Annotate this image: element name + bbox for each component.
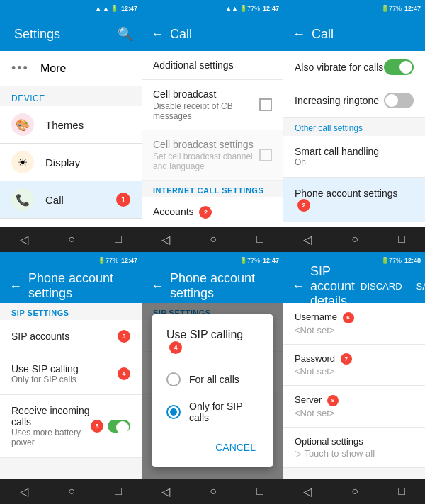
clock-p6: 12:48 <box>404 257 421 264</box>
optional-settings-field[interactable]: Optional settings ▷ Touch to show all <box>283 428 425 468</box>
also-vibrate-toggle[interactable] <box>384 59 414 75</box>
recents-nav-icon-p3[interactable]: □ <box>398 233 405 246</box>
status-icons-p3: 🔋77% <box>381 5 402 12</box>
themes-label: Themes <box>45 119 84 131</box>
home-nav-icon-p4[interactable]: ○ <box>68 485 75 498</box>
use-sip-calling-label-p4: Use SIP calling <box>11 363 79 374</box>
call-badge: 1 <box>116 193 130 207</box>
phone-account-title-p5: Phone account settings <box>170 271 275 301</box>
display-icon: ☀ <box>11 151 34 173</box>
call-toolbar-p3: ← Call <box>283 17 425 51</box>
recents-nav-icon[interactable]: □ <box>115 233 122 246</box>
signal-icon: ▲ <box>95 5 101 12</box>
sidebar-item-call[interactable]: 📞 Call 1 <box>0 181 142 219</box>
only-for-sip-calls-radio[interactable] <box>166 405 181 419</box>
also-vibrate-row[interactable]: Also vibrate for calls <box>283 51 425 84</box>
back-button-p4[interactable]: ← <box>8 279 23 293</box>
back-nav-icon[interactable]: ◁ <box>20 233 28 246</box>
server-field-label: Server <box>295 394 322 405</box>
increasing-ringtone-toggle[interactable] <box>384 93 414 108</box>
call-title-p3: Call <box>312 27 416 42</box>
nav-bar-p1: ◁ ○ □ <box>0 227 142 252</box>
discard-button[interactable]: DISCARD <box>355 281 408 292</box>
back-button-p3[interactable]: ← <box>292 27 306 41</box>
home-nav-icon-p3[interactable]: ○ <box>351 233 358 246</box>
recents-nav-icon-p5[interactable]: □ <box>256 485 264 498</box>
sidebar-item-display[interactable]: ☀ Display <box>0 144 142 181</box>
nav-bar-p2: ◁ ○ □ <box>142 227 283 252</box>
cell-broadcast-item[interactable]: Cell broadcast Disable receipt of CB mes… <box>142 80 283 130</box>
back-button-p2[interactable]: ← <box>150 27 164 41</box>
back-nav-icon-p6[interactable]: ◁ <box>303 485 312 498</box>
status-icons: ▲ ▲ 🔋 <box>95 5 118 12</box>
phone-account-dialog-content: SIP settings SIP accounts Use SIP callin… <box>142 303 283 479</box>
home-nav-icon-p6[interactable]: ○ <box>351 485 358 498</box>
status-bar-p5: 🔋77% 12:47 <box>142 252 283 269</box>
home-nav-icon-p2[interactable]: ○ <box>210 233 217 246</box>
for-all-calls-radio[interactable] <box>166 372 181 386</box>
recents-nav-icon-p2[interactable]: □ <box>256 233 264 246</box>
clock-p4: 12:47 <box>121 257 137 264</box>
call-toolbar-p2: ← Call <box>142 17 283 51</box>
settings-toolbar: Settings 🔍 <box>0 17 142 51</box>
for-all-calls-label: For all calls <box>189 374 239 385</box>
receive-incoming-calls-row-p4[interactable]: Receive incoming calls Uses more battery… <box>0 395 142 458</box>
password-field[interactable]: Password 7 <Not set> <box>283 345 425 386</box>
status-bar-p4: 🔋77% 12:47 <box>0 252 142 269</box>
increasing-ringtone-row[interactable]: Increasing ringtone <box>283 84 425 118</box>
cell-broadcast-settings-item: Cell broadcast settings Set cell broadca… <box>142 130 283 181</box>
dialog-actions: CANCEL <box>152 430 273 462</box>
radio-selected-indicator <box>170 408 177 416</box>
back-nav-icon-p3[interactable]: ◁ <box>303 233 312 246</box>
dialog-title: Use SIP calling 4 <box>152 328 273 366</box>
cell-broadcast-settings-sublabel: Set cell broadcast channel and language <box>153 151 259 171</box>
back-nav-icon-p4[interactable]: ◁ <box>20 485 28 498</box>
also-vibrate-label: Also vibrate for calls <box>295 62 383 73</box>
nav-bar-p5: ◁ ○ □ <box>142 479 283 504</box>
recents-nav-icon-p6[interactable]: □ <box>398 485 405 498</box>
settings-title: Settings <box>14 27 118 42</box>
search-icon[interactable]: 🔍 <box>118 26 133 42</box>
back-nav-icon-p5[interactable]: ◁ <box>162 485 170 498</box>
only-for-sip-calls-label: Only for SIP calls <box>189 401 259 423</box>
more-row[interactable]: ••• More <box>0 51 142 86</box>
for-all-calls-option[interactable]: For all calls <box>152 365 273 394</box>
home-nav-icon[interactable]: ○ <box>68 233 75 246</box>
nav-bar-p3: ◁ ○ □ <box>283 227 425 252</box>
accounts-item[interactable]: Accounts 2 <box>142 197 283 227</box>
cell-broadcast-sublabel: Disable receipt of CB messages <box>153 101 259 121</box>
username-field-label: Username <box>295 311 337 322</box>
sip-account-title-p6: SIP account details <box>310 264 355 309</box>
username-field[interactable]: Username 6 <Not set> <box>283 303 425 345</box>
back-button-p6[interactable]: ← <box>292 279 305 293</box>
sip-account-toolbar-p6: ← SIP account details DISCARD SAVE 9 <box>283 269 425 303</box>
nav-bar-p6: ◁ ○ □ <box>283 479 425 504</box>
call-icon: 📞 <box>11 188 34 211</box>
server-badge: 8 <box>327 395 339 406</box>
sip-accounts-row-p4[interactable]: SIP accounts 3 <box>0 320 142 353</box>
phone-account-settings-row[interactable]: Phone account settings 2 <box>283 178 425 222</box>
smart-call-handling-row[interactable]: Smart call handling On <box>283 136 425 178</box>
only-for-sip-calls-option[interactable]: Only for SIP calls <box>152 394 273 430</box>
home-nav-icon-p5[interactable]: ○ <box>210 485 217 498</box>
cell-broadcast-settings-checkbox <box>259 149 272 161</box>
save-button[interactable]: SAVE <box>411 281 425 292</box>
additional-settings-header-row: Additional settings <box>142 51 283 80</box>
back-nav-icon-p2[interactable]: ◁ <box>162 233 170 246</box>
internet-call-settings-header: INTERNET CALL SETTINGS <box>142 181 283 197</box>
use-sip-calling-sublabel-p4: Only for SIP calls <box>11 374 79 384</box>
battery-icon-p2: 🔋77% <box>239 5 260 12</box>
sidebar-item-themes[interactable]: 🎨 Themes <box>0 106 142 144</box>
receive-calls-toggle-p4[interactable] <box>108 420 130 433</box>
recents-nav-icon-p4[interactable]: □ <box>115 485 122 498</box>
server-field[interactable]: Server 8 <Not set> <box>283 386 425 428</box>
password-field-label: Password <box>295 353 335 364</box>
cell-broadcast-checkbox[interactable] <box>259 98 272 111</box>
status-icons-p6: 🔋77% <box>381 257 402 264</box>
accounts-badge: 2 <box>199 206 212 219</box>
back-button-p5[interactable]: ← <box>150 279 164 293</box>
use-sip-calling-row-p4[interactable]: Use SIP calling Only for SIP calls 4 <box>0 353 142 395</box>
cancel-button[interactable]: CANCEL <box>207 436 264 459</box>
cell-broadcast-settings-label: Cell broadcast settings <box>153 139 259 150</box>
sip-accounts-label-p4: SIP accounts <box>11 331 69 342</box>
